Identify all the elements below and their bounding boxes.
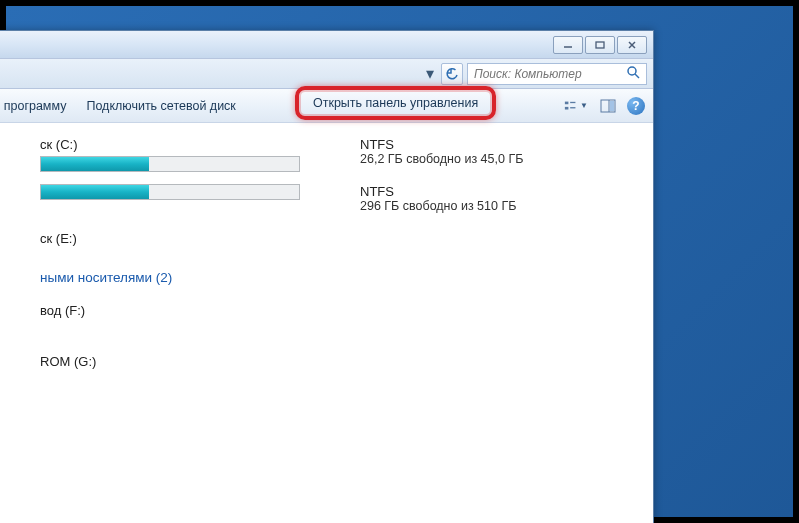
svg-line-5 bbox=[635, 74, 639, 78]
refresh-button[interactable] bbox=[441, 63, 463, 85]
drive-info-d: 296 ГБ свободно из 510 ГБ bbox=[360, 199, 516, 213]
svg-rect-6 bbox=[565, 101, 569, 104]
titlebar bbox=[0, 31, 653, 59]
minimize-button[interactable] bbox=[553, 36, 583, 54]
close-button[interactable] bbox=[617, 36, 647, 54]
view-options-button[interactable]: ▼ bbox=[563, 95, 589, 117]
filesystem-d: NTFS bbox=[360, 184, 516, 199]
preview-pane-button[interactable] bbox=[595, 95, 621, 117]
toolbar-open-control-panel[interactable]: Открыть панель управления bbox=[295, 86, 496, 120]
help-icon: ? bbox=[632, 99, 639, 113]
drive-row-g[interactable]: ROM (G:) bbox=[0, 326, 653, 377]
search-box[interactable] bbox=[467, 63, 647, 85]
svg-rect-12 bbox=[610, 101, 614, 111]
drive-row-e[interactable]: ск (E:) bbox=[0, 219, 653, 254]
drive-label-g: ROM (G:) bbox=[40, 354, 96, 369]
breadcrumb[interactable]: ▾ bbox=[423, 65, 437, 83]
filesystem-c: NTFS bbox=[360, 137, 523, 152]
drive-label-e: ск (E:) bbox=[40, 231, 77, 246]
breadcrumb-dropdown-icon[interactable]: ▾ bbox=[423, 65, 437, 83]
drive-label-f: вод (F:) bbox=[40, 303, 85, 318]
view-options-icon bbox=[564, 99, 578, 113]
svg-point-4 bbox=[628, 67, 636, 75]
preview-pane-icon bbox=[600, 99, 616, 113]
capacity-fill-c bbox=[41, 157, 149, 171]
content-area: ск (C:) NTFS 26,2 ГБ свободно из 45,0 ГБ bbox=[0, 123, 653, 377]
explorer-window: ▾ ть программу Подключить сетевой диск О… bbox=[0, 30, 654, 523]
svg-rect-7 bbox=[565, 106, 569, 109]
drive-info-c: 26,2 ГБ свободно из 45,0 ГБ bbox=[360, 152, 523, 166]
drive-row-f[interactable]: вод (F:) bbox=[0, 291, 653, 326]
toolbar-map-network-drive[interactable]: Подключить сетевой диск bbox=[76, 95, 245, 117]
maximize-button[interactable] bbox=[585, 36, 615, 54]
svg-rect-1 bbox=[596, 42, 604, 48]
capacity-fill-d bbox=[41, 185, 149, 199]
chevron-down-icon: ▼ bbox=[580, 101, 588, 110]
capacity-bar-c bbox=[40, 156, 300, 172]
toolbar: ть программу Подключить сетевой диск Отк… bbox=[0, 89, 653, 123]
drive-label-c: ск (C:) bbox=[40, 137, 320, 156]
capacity-bar-d bbox=[40, 184, 300, 200]
search-icon[interactable] bbox=[626, 65, 640, 83]
toolbar-uninstall[interactable]: ть программу bbox=[0, 95, 76, 117]
refresh-icon bbox=[445, 67, 459, 81]
drive-row-d[interactable]: NTFS 296 ГБ свободно из 510 ГБ bbox=[0, 178, 653, 219]
desktop-background: ▾ ть программу Подключить сетевой диск О… bbox=[6, 6, 793, 517]
drive-row-c[interactable]: ск (C:) NTFS 26,2 ГБ свободно из 45,0 ГБ bbox=[0, 131, 653, 178]
search-input[interactable] bbox=[474, 67, 626, 81]
help-button[interactable]: ? bbox=[627, 97, 645, 115]
group-removable-media[interactable]: ными носителями (2) bbox=[0, 254, 653, 291]
address-bar: ▾ bbox=[0, 59, 653, 89]
